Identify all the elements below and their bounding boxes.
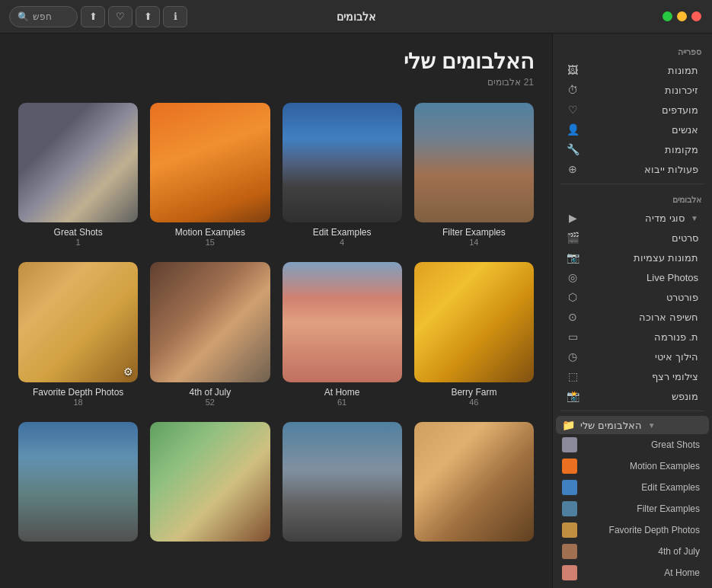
sidebar-item-bursts[interactable]: צילומי רצף ⬚	[556, 366, 709, 386]
album-item-row3-1[interactable]	[18, 422, 138, 546]
sidebar-sub-sub-great-shots[interactable]: Great Shots	[556, 434, 709, 455]
search-bar[interactable]: 🔍 חפש	[9, 6, 78, 27]
album-thumbnail	[283, 103, 402, 222]
album-item-motion-examples[interactable]: Motion Examples 15	[150, 103, 270, 247]
album-thumbnail	[18, 103, 138, 222]
sidebar-label: מונפש	[585, 391, 698, 402]
info-button[interactable]: ℹ	[163, 6, 187, 27]
sidebar-item-people[interactable]: אנשים 👤	[556, 120, 709, 139]
albums-section-header: אלבומים	[553, 189, 712, 208]
sidebar-label: מועדפים	[585, 104, 698, 116]
sidebar-icon-portrait: ⬡	[567, 291, 579, 303]
sidebar-label: חשיפה ארוכה	[585, 312, 698, 323]
sidebar-sub-sub-edit[interactable]: Edit Examples	[556, 477, 709, 498]
sidebar-icon-photos: 🖼	[567, 64, 579, 76]
sidebar-icon-bursts: ⬚	[567, 370, 579, 382]
sidebar-label: פורטרט	[585, 292, 698, 303]
sidebar-icon-panorama: ▭	[567, 331, 579, 343]
folder-icon: 📁	[562, 419, 574, 431]
sidebar-sub-sub-filter[interactable]: Filter Examples	[556, 498, 709, 519]
album-thumbnail: ⚙	[18, 262, 138, 382]
sub-album-label: Great Shots	[582, 439, 700, 450]
album-name: Filter Examples	[442, 227, 506, 238]
close-button[interactable]	[691, 11, 701, 21]
sub-album-thumb	[562, 480, 577, 495]
album-item-favorite-depth[interactable]: ⚙ Favorite Depth Photos 18	[18, 262, 138, 406]
sidebar-item-imports[interactable]: פעולות ייבוא ⊕	[556, 159, 709, 179]
share-button[interactable]: ⬆	[81, 6, 105, 27]
album-name: Edit Examples	[313, 227, 372, 238]
sidebar-sub-sub-motion[interactable]: Motion Examples	[556, 455, 709, 477]
maximize-button[interactable]	[663, 11, 672, 21]
albums-grid: Great Shots 1 Motion Examples 15 Edit Ex…	[18, 103, 534, 546]
album-count: 52	[206, 398, 215, 407]
favorite-button[interactable]: ♡	[108, 6, 133, 27]
album-count: 15	[206, 238, 215, 247]
my-albums-header[interactable]: ▼ האלבומים שלי 📁	[556, 416, 709, 434]
sidebar-item-timelapse[interactable]: חשיפה ארוכה ⊙	[556, 307, 709, 327]
album-name: Favorite Depth Photos	[33, 387, 123, 398]
export-button[interactable]: ⬆	[136, 6, 160, 27]
sidebar-icon-videos: 🎬	[567, 232, 579, 244]
album-item-great-shots[interactable]: Great Shots 1	[18, 103, 138, 247]
album-thumbnail	[150, 103, 270, 222]
sub-album-label: Favorite Depth Photos	[582, 525, 700, 535]
sidebar-item-panorama[interactable]: ת. פנורמה ▭	[556, 327, 709, 347]
album-item-row3-4[interactable]	[414, 422, 534, 546]
my-albums-label: האלבומים שלי	[580, 420, 642, 431]
album-item-filter-examples[interactable]: Filter Examples 14	[414, 103, 534, 247]
page-title: האלבומים שלי	[18, 49, 534, 74]
sidebar-label: ת. פנורמה	[585, 331, 698, 343]
sidebar-label: פעולות ייבוא	[585, 164, 698, 175]
album-name: Berry Farm	[451, 387, 496, 398]
album-count: 61	[337, 398, 346, 407]
album-thumbnail	[283, 422, 402, 542]
sidebar-icon-places: 🔧	[567, 143, 579, 155]
album-thumbnail	[18, 422, 138, 542]
album-item-berry-farm[interactable]: Berry Farm 46	[414, 262, 534, 406]
sidebar-item-slow-mo[interactable]: הילוך איטי ◷	[556, 347, 709, 366]
sub-album-thumb	[562, 501, 577, 516]
sidebar-item-favorites[interactable]: מועדפים ♡	[556, 100, 709, 120]
sidebar-label: Live Photos	[585, 272, 698, 283]
sidebar-item-live-photos[interactable]: Live Photos ◎	[556, 267, 709, 287]
album-count: 1	[76, 238, 81, 247]
sub-album-label: Filter Examples	[582, 503, 700, 514]
sidebar-item-memories[interactable]: זיכרונות ⏱	[556, 80, 709, 100]
toolbar-left: 🔍 חפש ⬆ ♡ ⬆ ℹ	[9, 6, 187, 27]
sidebar-item-screenshots[interactable]: מונפש 📸	[556, 386, 709, 406]
sidebar-label: סרטים	[585, 232, 698, 244]
sidebar-label: מקומות	[585, 144, 698, 155]
album-item-edit-examples[interactable]: Edit Examples 4	[283, 103, 402, 247]
album-name: Motion Examples	[175, 227, 245, 238]
album-count: 46	[469, 398, 478, 407]
sidebar-icon-screenshots: 📸	[567, 390, 579, 402]
sidebar-item-media-type[interactable]: ▼ סוגי מדיה ▶	[556, 208, 709, 228]
sub-album-thumb	[562, 522, 577, 538]
album-name: 4th of July	[190, 387, 231, 398]
sidebar-sub-sub-home[interactable]: At Home	[556, 562, 709, 583]
sub-album-thumb	[562, 459, 577, 474]
album-item-fourth-july[interactable]: 4th of July 52	[150, 262, 270, 406]
sub-album-label: At Home	[582, 567, 700, 578]
sidebar-sub-sub-depth[interactable]: Favorite Depth Photos	[556, 519, 709, 541]
album-item-row3-2[interactable]	[150, 422, 270, 546]
sidebar-item-selfies[interactable]: תמונות עצמיות 📷	[556, 248, 709, 267]
sidebar-item-places[interactable]: מקומות 🔧	[556, 139, 709, 159]
sidebar-item-videos[interactable]: סרטים 🎬	[556, 228, 709, 248]
sidebar-icon-memories: ⏱	[567, 84, 579, 96]
sidebar-sub-sub-july[interactable]: 4th of July	[556, 541, 709, 562]
sidebar-label: הילוך איטי	[585, 351, 698, 363]
sidebar-label: צילומי רצף	[585, 371, 698, 382]
sidebar-icon-media-type: ▶	[567, 212, 579, 224]
sidebar-label: אנשים	[585, 124, 698, 136]
album-item-row3-3[interactable]	[283, 422, 402, 546]
chevron-icon: ▼	[691, 214, 698, 222]
minimize-button[interactable]	[677, 11, 687, 21]
sidebar-icon-slow-mo: ◷	[567, 350, 579, 363]
sidebar-item-portrait[interactable]: פורטרט ⬡	[556, 287, 709, 307]
sidebar-item-photos[interactable]: תמונות 🖼	[556, 60, 709, 80]
album-item-at-home[interactable]: At Home 61	[283, 262, 402, 406]
title-bar: 🔍 חפש ⬆ ♡ ⬆ ℹ אלבומים	[0, 0, 712, 34]
album-thumbnail	[414, 103, 534, 222]
